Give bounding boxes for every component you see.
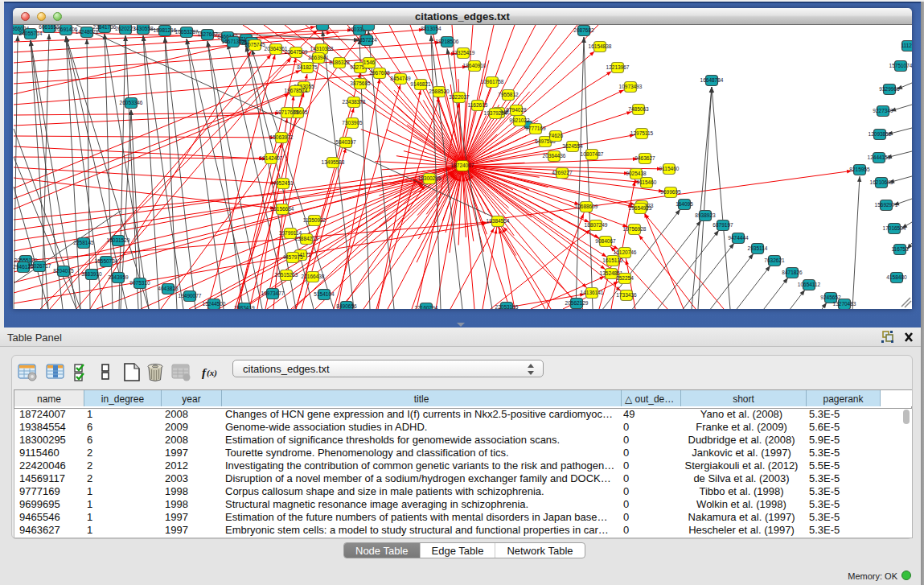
svg-text:8204075: 8204075: [53, 268, 74, 274]
svg-text:3075745: 3075745: [244, 42, 265, 47]
svg-text:8471826: 8471826: [782, 270, 803, 275]
svg-text:24055714: 24055714: [19, 31, 43, 36]
svg-text:22053165: 22053165: [495, 304, 519, 309]
svg-text:20562129: 20562129: [565, 300, 589, 306]
svg-text:20691406: 20691406: [55, 27, 78, 32]
svg-text:8938923: 8938923: [695, 212, 716, 218]
svg-text:19142407: 19142407: [260, 155, 283, 161]
svg-text:18640910: 18640910: [463, 63, 487, 68]
svg-text:9463627: 9463627: [634, 155, 655, 161]
svg-text:26053346: 26053346: [120, 100, 143, 105]
svg-text:11121: 11121: [901, 43, 912, 48]
svg-text:9245652: 9245652: [820, 295, 841, 300]
svg-text:1162615: 1162615: [468, 102, 488, 108]
svg-text:1527602: 1527602: [197, 31, 218, 37]
svg-text:1546: 1546: [363, 60, 376, 65]
svg-text:16210643: 16210643: [870, 179, 893, 185]
svg-text:13495588: 13495588: [322, 159, 345, 165]
svg-text:3624554: 3624554: [562, 143, 583, 149]
svg-text:8813054: 8813054: [421, 26, 441, 31]
svg-text:18300295: 18300295: [418, 175, 441, 181]
svg-text:5840397: 5840397: [335, 139, 356, 145]
svg-text:7955812: 7955812: [498, 92, 519, 97]
svg-text:15244500: 15244500: [203, 301, 226, 307]
svg-text:10688609: 10688609: [575, 204, 598, 209]
svg-text:15751074: 15751074: [889, 63, 912, 68]
svg-text:2258145: 2258145: [73, 240, 94, 245]
svg-text:2588520: 2588520: [429, 89, 450, 94]
svg-text:9227349: 9227349: [873, 108, 893, 113]
svg-text:13270483: 13270483: [833, 301, 856, 307]
svg-text:19799114: 19799114: [279, 230, 302, 236]
svg-text:10653287: 10653287: [175, 29, 199, 35]
svg-text:23884213: 23884213: [295, 236, 318, 241]
svg-text:18807249: 18807249: [585, 222, 608, 228]
svg-text:19218506: 19218506: [436, 39, 459, 44]
svg-text:8490656: 8490656: [336, 303, 357, 309]
svg-text:3883910: 3883910: [81, 271, 102, 277]
svg-text:8454749: 8454749: [390, 76, 411, 81]
svg-text:13325419: 13325419: [452, 50, 475, 56]
svg-text:15063972: 15063972: [270, 134, 294, 140]
svg-text:9084067: 9084067: [595, 238, 616, 244]
svg-text:6879197: 6879197: [713, 222, 733, 228]
svg-text:9115460: 9115460: [659, 166, 680, 171]
svg-text:3875685: 3875685: [350, 80, 371, 86]
svg-text:20647509: 20647509: [285, 49, 308, 55]
svg-text:10717675: 10717675: [276, 109, 299, 115]
svg-text:18724007: 18724007: [451, 163, 474, 168]
svg-text:1733436: 1733436: [616, 292, 637, 298]
svg-text:6794028: 6794028: [506, 107, 527, 113]
svg-text:1615132: 1615132: [602, 257, 623, 263]
svg-text:2967608: 2967608: [369, 70, 390, 76]
svg-text:19654923: 19654923: [629, 205, 652, 211]
svg-text:9025438: 9025438: [626, 171, 647, 176]
svg-text:252254: 252254: [616, 275, 634, 281]
svg-text:8186328: 8186328: [329, 60, 350, 65]
svg-text:22438378: 22438378: [343, 99, 366, 105]
svg-text:4269227: 4269227: [552, 170, 573, 175]
svg-text:12444153: 12444153: [868, 154, 891, 160]
svg-text:8418275: 8418275: [297, 64, 318, 70]
svg-text:5154104: 5154104: [314, 291, 335, 297]
svg-text:9115460: 9115460: [637, 179, 657, 185]
svg-text:7632621: 7632621: [764, 257, 785, 263]
svg-text:9921022: 9921022: [509, 117, 530, 123]
svg-text:19756928: 19756928: [623, 226, 647, 232]
svg-text:9474444: 9474444: [728, 235, 749, 241]
svg-text:18026717: 18026717: [28, 263, 51, 269]
svg-text:4952451: 4952451: [273, 180, 294, 186]
svg-text:20515263: 20515263: [275, 272, 298, 278]
svg-text:10961758: 10961758: [481, 79, 504, 84]
svg-text:2087682: 2087682: [573, 27, 594, 33]
svg-text:19384554: 19384554: [487, 218, 510, 224]
svg-text:14248078: 14248078: [76, 29, 99, 35]
svg-text:12975115: 12975115: [630, 130, 654, 136]
svg-text:116753: 116753: [891, 246, 909, 252]
svg-text:4457975: 4457975: [282, 254, 303, 260]
svg-text:12093852: 12093852: [869, 131, 892, 137]
svg-text:22841736: 22841736: [93, 25, 117, 30]
svg-text:20364436: 20364436: [543, 153, 566, 159]
svg-text:9777169: 9777169: [525, 126, 546, 131]
svg-text:15692971: 15692971: [875, 202, 898, 208]
svg-text:16648784: 16648784: [700, 77, 724, 83]
svg-text:15031529: 15031529: [107, 237, 130, 243]
svg-text:9699695: 9699695: [660, 189, 681, 195]
svg-text:11350932: 11350932: [303, 217, 326, 223]
svg-text:9329966: 9329966: [879, 86, 900, 92]
svg-text:10807487: 10807487: [581, 151, 604, 157]
svg-text:4043823: 4043823: [158, 286, 179, 291]
svg-text:19490077: 19490077: [179, 293, 202, 299]
svg-text:17016504: 17016504: [883, 225, 906, 231]
svg-text:7357224: 7357224: [356, 37, 377, 43]
svg-text:20166438: 20166438: [302, 274, 325, 279]
svg-text:8215955: 8215955: [849, 167, 870, 172]
svg-text:16154838: 16154838: [589, 43, 612, 49]
svg-text:(x): (x): [207, 368, 217, 378]
svg-text:14136141: 14136141: [581, 290, 604, 295]
svg-text:3322037: 3322037: [449, 94, 470, 100]
svg-text:3430558: 3430558: [133, 26, 154, 31]
svg-text:7485063: 7485063: [628, 106, 649, 112]
svg-text:14310388: 14310388: [310, 46, 334, 51]
